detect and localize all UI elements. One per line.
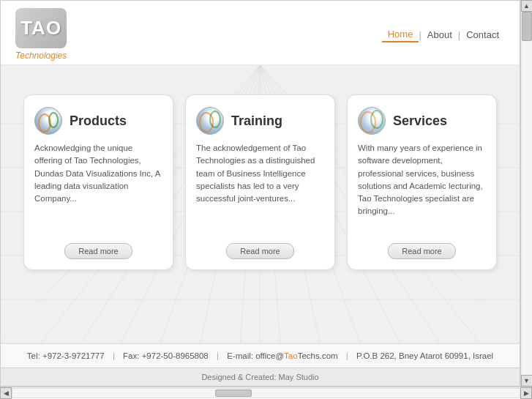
nav-contact[interactable]: Contact	[460, 28, 505, 42]
footer-sep-1: |	[113, 351, 115, 360]
footer-sep-2: |	[217, 351, 219, 360]
footer-tel: Tel: +972-3-9721777	[27, 351, 105, 360]
footer-designed: Designed & Created: May Studio	[1, 368, 520, 386]
training-title: Training	[231, 113, 282, 129]
logo-subtitle: Technologies	[15, 51, 67, 61]
products-text: Acknowledging the unique offering of Tao…	[34, 142, 162, 233]
services-card-header: Services	[358, 107, 447, 135]
logo-text: TAO	[20, 17, 61, 40]
footer-email-prefix: E-mail: office@	[227, 351, 284, 360]
products-title: Products	[70, 113, 127, 129]
footer-email-link: Tao	[284, 351, 298, 360]
logo-box: TAO	[15, 8, 67, 48]
footer-email-label: E-mail: office@TaoTechs.com	[227, 351, 340, 360]
training-card-header: Training	[196, 107, 282, 135]
scroll-thumb-h[interactable]	[215, 389, 252, 397]
services-icon	[358, 107, 386, 135]
horizontal-scrollbar[interactable]: ◀ ▶	[0, 387, 532, 398]
main-area: Products Acknowledging the unique offeri…	[1, 65, 520, 343]
services-read-more-button[interactable]: Read more	[388, 243, 455, 259]
products-icon	[34, 107, 62, 135]
nav-about[interactable]: About	[422, 28, 458, 42]
footer-sep-3: |	[346, 351, 348, 360]
training-icon	[196, 107, 224, 135]
products-card: Products Acknowledging the unique offeri…	[23, 94, 173, 270]
training-text: The acknowledgement of Tao Technologies …	[196, 142, 324, 233]
services-card: Services With many years of experience i…	[347, 94, 497, 270]
footer-contact: Tel: +972-3-9721777 | Fax: +972-50-89658…	[1, 343, 520, 368]
footer-po: P.O.B 262, Bney Atarot 60991, Israel	[356, 351, 493, 360]
footer-fax: Fax: +972-50-8965808	[123, 351, 209, 360]
products-read-more-button[interactable]: Read more	[64, 243, 132, 259]
footer-designed-text: Designed & Created: May Studio	[201, 373, 318, 381]
nav-home[interactable]: Home	[382, 27, 419, 42]
footer-email-suffix: Techs.com	[298, 351, 338, 360]
services-title: Services	[393, 113, 447, 129]
scroll-left-button[interactable]: ◀	[0, 387, 12, 399]
scroll-track-v[interactable]	[522, 12, 532, 375]
training-read-more-button[interactable]: Read more	[226, 243, 293, 259]
header: TAO Technologies Home | About | Contact	[1, 1, 520, 65]
nav: Home | About | Contact	[382, 27, 505, 42]
scroll-down-button[interactable]: ▼	[521, 375, 533, 387]
scroll-thumb-v[interactable]	[522, 12, 532, 41]
products-card-header: Products	[34, 107, 127, 135]
services-text: With many years of experience in softwar…	[358, 142, 486, 233]
scroll-right-button[interactable]: ▶	[520, 387, 532, 399]
training-card: Training The acknowledgement of Tao Tech…	[185, 94, 335, 270]
vertical-scrollbar[interactable]: ▲ ▼	[520, 0, 532, 387]
scroll-up-button[interactable]: ▲	[521, 0, 533, 12]
logo: TAO Technologies	[15, 8, 67, 61]
cards-row: Products Acknowledging the unique offeri…	[15, 94, 505, 270]
scroll-track-h[interactable]	[12, 388, 520, 398]
